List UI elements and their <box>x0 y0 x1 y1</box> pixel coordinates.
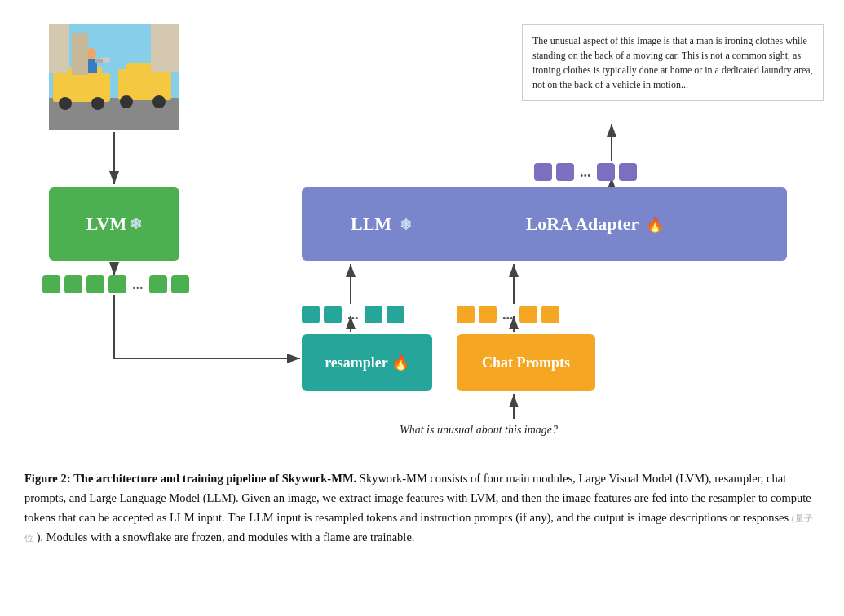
llm-snowflake-icon: ❄ <box>400 217 412 233</box>
svg-rect-23 <box>95 59 103 63</box>
svg-point-18 <box>120 95 133 108</box>
lvm-box: LVM ❄ <box>49 187 179 261</box>
chat-prompts-label: Chat Prompts <box>482 354 570 372</box>
chatprompt-output-tokens: ... <box>457 306 559 323</box>
lora-flame-icon: 🔥 <box>646 217 664 233</box>
caption-text2: ). Modules with a snowflake are frozen, … <box>37 530 415 543</box>
llm-lora-box: LLM ❄ LoRA Adapter 🔥 <box>302 187 787 261</box>
svg-point-14 <box>59 97 72 110</box>
purple-output-tokens: ... <box>534 163 637 181</box>
resampler-label: resampler <box>325 354 388 372</box>
lvm-output-tokens: ... <box>42 275 189 293</box>
lvm-snowflake-icon: ❄ <box>130 215 142 233</box>
svg-point-19 <box>152 95 166 108</box>
svg-rect-26 <box>151 24 179 72</box>
svg-rect-25 <box>72 33 88 75</box>
dots3: ... <box>347 306 359 323</box>
svg-point-15 <box>91 97 104 110</box>
lvm-label: LVM <box>86 213 126 235</box>
chat-prompts-box: Chat Prompts <box>457 334 595 391</box>
lora-label: LoRA Adapter 🔥 <box>526 213 665 235</box>
diagram: The unusual aspect of this image is that… <box>24 16 820 456</box>
figure-number: Figure 2: <box>24 472 71 485</box>
dots1: ... <box>580 164 591 181</box>
dots4: ... <box>502 306 514 323</box>
photo-placeholder <box>49 24 179 130</box>
svg-rect-24 <box>49 24 69 73</box>
output-text: The unusual aspect of this image is that… <box>532 35 813 90</box>
figure-caption: Figure 2: The architecture and training … <box>24 469 815 548</box>
resampler-box: resampler 🔥 <box>302 334 432 391</box>
input-image <box>49 24 179 130</box>
resampler-flame-icon: 🔥 <box>391 354 409 372</box>
caption-bold: The architecture and training pipeline o… <box>73 472 356 485</box>
llm-label: LLM ❄ <box>351 213 412 235</box>
resampler-output-tokens: ... <box>302 306 404 323</box>
dots2: ... <box>132 276 144 293</box>
output-text-box: The unusual aspect of this image is that… <box>522 24 824 101</box>
question-label: What is unusual about this image? <box>400 424 558 437</box>
